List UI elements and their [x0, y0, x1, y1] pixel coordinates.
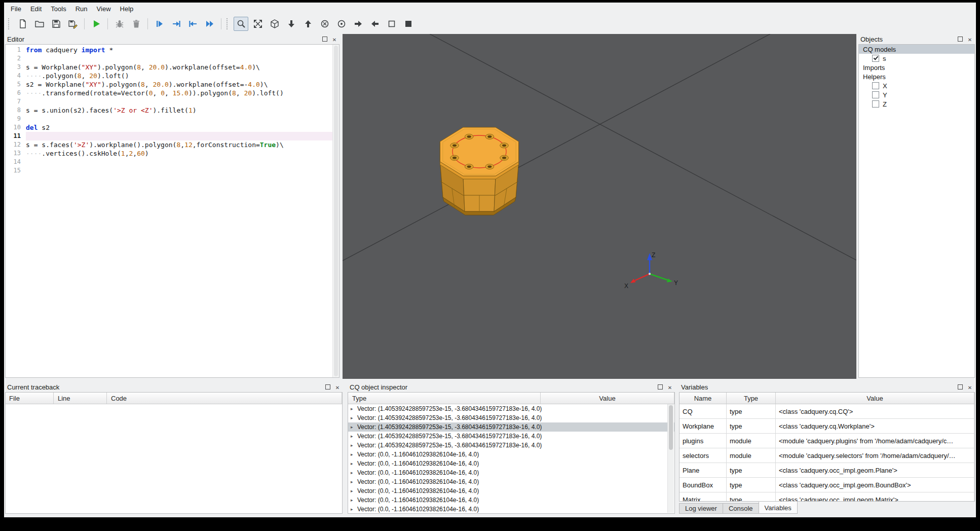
continue-button[interactable]	[202, 17, 217, 31]
variable-row[interactable]: pluginsmodule<module 'cadquery.plugins' …	[680, 434, 974, 448]
float-panel-button[interactable]	[956, 35, 964, 43]
close-panel-button[interactable]	[330, 35, 338, 43]
close-panel-button[interactable]	[666, 383, 674, 391]
variable-row[interactable]: Workplanetype<class 'cadquery.cq.Workpla…	[680, 419, 974, 434]
checkbox[interactable]	[872, 82, 879, 89]
expand-arrow-icon[interactable]	[351, 452, 357, 457]
code-line[interactable]: 3s = Workplane("XY").polygon(8, 20.0).wo…	[6, 63, 339, 72]
variable-row[interactable]: BoundBoxtype<class 'cadquery.occ_impl.ge…	[680, 478, 974, 492]
code-line[interactable]: 2	[6, 54, 339, 63]
inspector-row[interactable]: Vector: (0.0, -1.1604610293826104e-16, 4…	[348, 477, 674, 486]
inspector-scrollbar-thumb[interactable]	[669, 405, 673, 450]
close-panel-button[interactable]	[333, 383, 342, 391]
tree-item-helpers[interactable]: Helpers	[859, 72, 974, 81]
float-panel-button[interactable]	[656, 383, 664, 391]
code-line[interactable]: 9	[6, 115, 339, 123]
code-line[interactable]: 15	[6, 166, 339, 175]
tree-item-cq-models[interactable]: CQ models	[859, 45, 974, 54]
expand-arrow-icon[interactable]	[351, 488, 357, 493]
tree-item-y[interactable]: Y	[859, 90, 974, 99]
column-header-file[interactable]: File	[6, 393, 54, 404]
expand-arrow-icon[interactable]	[351, 479, 357, 484]
menu-item-view[interactable]: View	[92, 4, 116, 14]
inspector-row[interactable]: Vector: (0.0, -1.1604610293826104e-16, 4…	[348, 495, 674, 505]
variable-row[interactable]: CQtype<class 'cadquery.cq.CQ'>	[680, 404, 974, 419]
menu-item-help[interactable]: Help	[116, 4, 138, 14]
tab-log-viewer[interactable]: Log viewer	[679, 503, 723, 514]
code-line[interactable]: 13····.vertices().cskHole(1,2,60)	[6, 149, 339, 158]
tree-item-imports[interactable]: Imports	[859, 63, 974, 72]
float-panel-button[interactable]	[324, 383, 332, 391]
back-view-button[interactable]	[334, 17, 349, 31]
expand-arrow-icon[interactable]	[351, 443, 357, 448]
checkbox[interactable]	[872, 100, 879, 108]
expand-arrow-icon[interactable]	[351, 507, 357, 512]
float-panel-button[interactable]	[321, 35, 329, 43]
zoom-button[interactable]	[234, 17, 248, 31]
tree-item-x[interactable]: X	[859, 81, 974, 90]
expand-arrow-icon[interactable]	[351, 498, 357, 503]
close-panel-button[interactable]	[966, 383, 974, 391]
code-editor[interactable]: 1from cadquery import *23s = Workplane("…	[5, 44, 340, 378]
variable-row[interactable]: Matrixtype<class 'cadquery.occ_impl.geom…	[680, 492, 974, 502]
column-header-value[interactable]: Value	[776, 393, 974, 404]
inspector-scrollbar[interactable]	[667, 404, 674, 513]
column-header-value[interactable]: Value	[541, 393, 674, 404]
open-folder-button[interactable]	[32, 17, 47, 31]
tree-item-z[interactable]: Z	[859, 99, 974, 109]
code-line[interactable]: 6····.transformed(rotate=Vector(0, 0, 15…	[6, 89, 339, 97]
inspector-row[interactable]: Vector: (0.0, -1.1604610293826104e-16, 4…	[348, 450, 674, 459]
debug-button[interactable]	[112, 17, 127, 31]
new-file-button[interactable]	[15, 17, 30, 31]
delete-button[interactable]	[129, 17, 143, 31]
render-button[interactable]	[89, 17, 103, 31]
inspector-row[interactable]: Vector: (0.0, -1.1604610293826104e-16, 4…	[348, 459, 674, 468]
right-view-button[interactable]	[367, 17, 382, 31]
menu-item-edit[interactable]: Edit	[26, 4, 46, 14]
step-button[interactable]	[152, 17, 167, 31]
column-header-type[interactable]: Type	[727, 393, 776, 404]
inspector-row[interactable]: Vector: (1.4053924288597253e-15, -3.6804…	[348, 413, 674, 422]
fit-all-button[interactable]	[250, 17, 265, 31]
expand-arrow-icon[interactable]	[351, 470, 357, 475]
code-line[interactable]: 8s = s.union(s2).faces('>Z or <Z').fille…	[6, 106, 339, 115]
left-view-button[interactable]	[351, 17, 365, 31]
inspector-row[interactable]: Vector: (1.4053924288597253e-15, -3.6804…	[348, 422, 674, 432]
step-into-button[interactable]	[169, 17, 183, 31]
tab-console[interactable]: Console	[723, 503, 759, 514]
bottom-view-button[interactable]	[300, 17, 315, 31]
cad-model[interactable]	[440, 127, 518, 215]
code-line[interactable]: 5s2 = Workplane("XY").polygon(8, 20.0).w…	[6, 80, 339, 89]
inspector-row[interactable]: Vector: (1.4053924288597253e-15, -3.6804…	[348, 441, 674, 450]
inspector-row[interactable]: Vector: (1.4053924288597253e-15, -3.6804…	[348, 404, 674, 413]
inspector-row[interactable]: Vector: (0.0, -1.1604610293826104e-16, 4…	[348, 486, 674, 495]
expand-arrow-icon[interactable]	[351, 461, 357, 466]
close-panel-button[interactable]	[966, 35, 974, 43]
wireframe-button[interactable]	[384, 17, 399, 31]
inspector-row[interactable]: Vector: (1.4053924288597253e-15, -3.6804…	[348, 432, 674, 441]
expand-arrow-icon[interactable]	[351, 434, 357, 439]
save-button[interactable]	[49, 17, 63, 31]
front-view-button[interactable]	[317, 17, 332, 31]
menu-item-file[interactable]: File	[6, 4, 26, 14]
checkbox[interactable]	[872, 55, 879, 62]
column-header-name[interactable]: Name	[680, 393, 727, 404]
expand-arrow-icon[interactable]	[351, 406, 357, 411]
expand-arrow-icon[interactable]	[351, 424, 357, 430]
viewport-3d[interactable]: X Y Z	[343, 34, 856, 379]
tab-variables[interactable]: Variables	[759, 502, 798, 514]
variable-row[interactable]: selectorsmodule<module 'cadquery.selecto…	[680, 448, 974, 463]
step-return-button[interactable]	[185, 17, 200, 31]
expand-arrow-icon[interactable]	[351, 415, 357, 420]
editor-scrollbar[interactable]	[332, 45, 339, 377]
column-header-code[interactable]: Code	[107, 393, 342, 404]
top-view-button[interactable]	[284, 17, 298, 31]
tree-item-s[interactable]: s	[859, 54, 974, 63]
variable-row[interactable]: Planetype<class 'cadquery.occ_impl.geom.…	[680, 463, 974, 478]
menu-item-run[interactable]: Run	[71, 4, 92, 14]
inspector-row[interactable]: Vector: (0.0, -1.1604610293826104e-16, 4…	[348, 468, 674, 477]
menu-item-tools[interactable]: Tools	[46, 4, 70, 14]
checkbox[interactable]	[872, 91, 879, 98]
shaded-button[interactable]	[401, 17, 416, 31]
column-header-type[interactable]: Type	[348, 393, 541, 404]
